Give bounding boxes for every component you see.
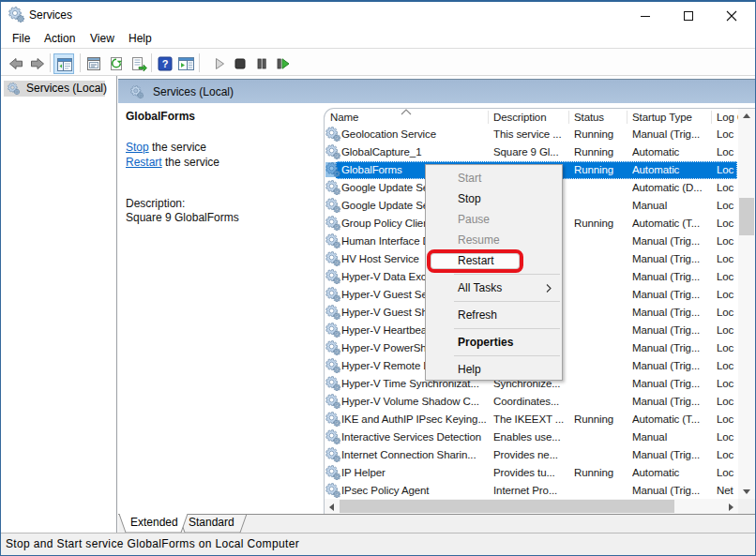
horizontal-scrollbar-thumb[interactable] bbox=[340, 500, 674, 513]
restart-service-line: Restart the service bbox=[126, 156, 219, 169]
service-status bbox=[574, 322, 626, 339]
column-separator[interactable] bbox=[627, 111, 627, 124]
forward-button[interactable] bbox=[27, 53, 48, 74]
column-header-description[interactable]: Description bbox=[493, 109, 568, 126]
column-header-status[interactable]: Status bbox=[574, 109, 626, 126]
pause-service-icon bbox=[254, 56, 269, 71]
back-button[interactable] bbox=[6, 53, 26, 74]
service-startup-type: Manual (Trig... bbox=[632, 126, 711, 143]
service-status bbox=[574, 268, 626, 286]
title-bar[interactable]: Services bbox=[1, 2, 755, 29]
service-status bbox=[574, 375, 626, 393]
export-list-button[interactable] bbox=[129, 53, 149, 74]
context-menu-item-help[interactable]: Help bbox=[426, 359, 562, 380]
service-row[interactable]: Internet Connection Sharin...Provides ne… bbox=[325, 446, 738, 464]
close-button[interactable] bbox=[710, 2, 753, 29]
service-row[interactable]: IP HelperProvides tu...RunningAutomaticL… bbox=[325, 464, 738, 482]
menu-help[interactable]: Help bbox=[129, 29, 152, 49]
restart-service-button[interactable] bbox=[272, 53, 293, 74]
service-row[interactable]: IPsec Policy AgentInternet Pro...Manual … bbox=[325, 482, 738, 500]
tree-item-services-local[interactable]: Services (Local) bbox=[4, 81, 105, 97]
service-logon-as: Loc bbox=[717, 322, 738, 339]
service-startup-type: Automatic bbox=[632, 464, 711, 482]
column-header-log-on-as[interactable]: Log On As bbox=[717, 109, 738, 126]
context-menu-item-all-tasks[interactable]: All Tasks bbox=[426, 278, 562, 298]
service-name: IP Helper bbox=[341, 464, 487, 482]
window-title: Services bbox=[29, 2, 72, 29]
service-description: Provides tu... bbox=[493, 464, 564, 482]
description-label: Description: bbox=[126, 197, 185, 210]
context-menu-item-stop[interactable]: Stop bbox=[426, 188, 562, 209]
context-menu-item-properties[interactable]: Properties bbox=[426, 332, 562, 353]
help-button[interactable]: ? bbox=[155, 53, 175, 74]
show-console-tree-button[interactable] bbox=[53, 53, 74, 74]
service-logon-as: Loc bbox=[717, 304, 738, 322]
refresh-button[interactable] bbox=[106, 53, 127, 74]
service-row[interactable]: Hyper-V Volume Shadow C...Coordinates...… bbox=[325, 393, 738, 411]
tab-extended[interactable]: Extended bbox=[130, 514, 178, 533]
column-separator[interactable] bbox=[711, 111, 712, 124]
service-row[interactable]: Interactive Services DetectionEnables us… bbox=[325, 428, 738, 446]
services-gear-icon bbox=[8, 83, 20, 95]
refresh-icon bbox=[109, 56, 124, 71]
service-logon-as: Loc bbox=[717, 161, 738, 179]
menu-action[interactable]: Action bbox=[44, 29, 75, 49]
service-gear-icon bbox=[325, 412, 340, 427]
service-status: Running bbox=[574, 464, 626, 482]
service-name: GlobalCapture_1 bbox=[341, 143, 487, 161]
service-startup-type: Manual (Trig... bbox=[632, 233, 711, 250]
pause-service-button[interactable] bbox=[251, 53, 272, 74]
service-logon-as: Loc bbox=[717, 428, 738, 446]
action-pane-icon bbox=[178, 56, 194, 71]
service-gear-icon bbox=[325, 323, 340, 338]
properties-button[interactable] bbox=[83, 53, 104, 74]
service-name: IKE and AuthIP IPsec Keying... bbox=[341, 411, 494, 428]
stop-service-icon bbox=[233, 56, 248, 71]
service-row[interactable]: Geolocation ServiceThis service ...Runni… bbox=[325, 126, 738, 143]
stop-service-button[interactable] bbox=[230, 53, 250, 74]
forward-icon bbox=[30, 56, 45, 71]
service-gear-icon bbox=[325, 465, 340, 480]
horizontal-scrollbar[interactable] bbox=[325, 499, 738, 514]
menu-file[interactable]: File bbox=[12, 29, 30, 49]
menu-view[interactable]: View bbox=[90, 29, 114, 49]
service-status bbox=[574, 304, 626, 322]
service-startup-type: Manual (Trig... bbox=[632, 482, 711, 500]
start-service-button[interactable] bbox=[209, 53, 230, 74]
scroll-right-icon[interactable] bbox=[729, 503, 733, 511]
tab-standard[interactable]: Standard bbox=[189, 514, 234, 533]
start-service-icon bbox=[212, 56, 227, 71]
column-header-startup-type[interactable]: Startup Type bbox=[632, 109, 711, 126]
restart-service-link[interactable]: Restart bbox=[126, 156, 162, 169]
service-startup-type: Manual (Trig... bbox=[632, 268, 711, 286]
scroll-up-icon[interactable] bbox=[743, 113, 750, 118]
service-gear-icon bbox=[325, 180, 340, 195]
service-logon-as: Loc bbox=[717, 179, 738, 197]
scroll-left-icon[interactable] bbox=[329, 503, 334, 511]
service-row[interactable]: GlobalCapture_1Square 9 Gl...RunningAuto… bbox=[325, 143, 738, 161]
minimize-button[interactable] bbox=[624, 2, 667, 29]
service-logon-as: Loc bbox=[717, 126, 738, 143]
service-logon-as: Loc bbox=[717, 464, 738, 482]
stop-service-link[interactable]: Stop bbox=[126, 141, 149, 154]
maximize-icon bbox=[683, 10, 694, 22]
scroll-down-icon[interactable] bbox=[743, 489, 750, 494]
service-row[interactable]: IKE and AuthIP IPsec Keying...The IKEEXT… bbox=[325, 411, 738, 428]
context-menu-item-restart[interactable]: Restart bbox=[426, 250, 562, 271]
vertical-scrollbar[interactable] bbox=[738, 109, 755, 499]
service-name: Geolocation Service bbox=[341, 126, 487, 143]
service-status bbox=[574, 179, 626, 197]
context-menu: StartStopPauseResumeRestartAll TasksRefr… bbox=[425, 164, 563, 381]
service-status bbox=[574, 428, 626, 446]
service-logon-as: Loc bbox=[717, 339, 738, 357]
service-status: Running bbox=[574, 161, 626, 179]
service-name: Interactive Services Detection bbox=[341, 428, 487, 446]
vertical-scrollbar-thumb[interactable] bbox=[739, 198, 754, 235]
properties-icon bbox=[86, 56, 101, 71]
maximize-button[interactable] bbox=[667, 2, 710, 29]
column-separator[interactable] bbox=[488, 111, 489, 124]
context-menu-item-refresh[interactable]: Refresh bbox=[426, 305, 562, 325]
main-panel: Services (Local) GlobalForms Stop the se… bbox=[118, 76, 755, 533]
show-action-pane-button[interactable] bbox=[175, 53, 196, 74]
column-separator[interactable] bbox=[568, 111, 569, 124]
